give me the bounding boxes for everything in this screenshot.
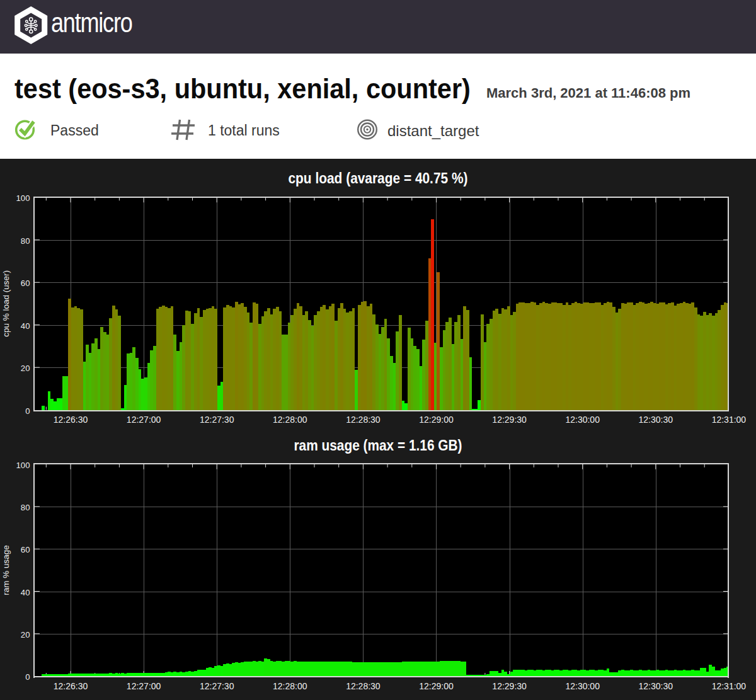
svg-text:12:30:00: 12:30:00 — [565, 681, 600, 691]
svg-text:12:27:30: 12:27:30 — [200, 681, 234, 691]
svg-text:100: 100 — [16, 193, 30, 203]
svg-text:20: 20 — [21, 630, 30, 640]
svg-text:12:27:00: 12:27:00 — [127, 681, 161, 691]
svg-text:100: 100 — [16, 461, 30, 470]
svg-text:80: 80 — [21, 503, 30, 512]
svg-text:0: 0 — [25, 672, 30, 682]
svg-text:12:27:30: 12:27:30 — [200, 415, 234, 425]
svg-text:12:26:30: 12:26:30 — [54, 681, 88, 691]
svg-text:12:28:30: 12:28:30 — [346, 415, 381, 425]
svg-text:ram usage (max = 1.16 GB): ram usage (max = 1.16 GB) — [294, 437, 462, 454]
svg-text:20: 20 — [21, 364, 30, 373]
svg-text:60: 60 — [21, 545, 30, 554]
svg-text:12:28:00: 12:28:00 — [273, 681, 307, 691]
svg-text:12:29:30: 12:29:30 — [492, 681, 527, 691]
svg-text:12:31:00: 12:31:00 — [712, 415, 747, 425]
svg-text:12:30:30: 12:30:30 — [639, 415, 673, 425]
svg-text:cpu % load (user): cpu % load (user) — [1, 270, 11, 337]
svg-text:cpu load (avarage = 40.75 %): cpu load (avarage = 40.75 %) — [289, 170, 468, 186]
svg-text:12:30:30: 12:30:30 — [639, 681, 673, 691]
svg-text:12:26:30: 12:26:30 — [54, 415, 88, 425]
svg-text:40: 40 — [21, 321, 30, 331]
svg-text:12:30:00: 12:30:00 — [565, 415, 600, 425]
svg-text:12:29:30: 12:29:30 — [492, 415, 527, 425]
svg-text:0: 0 — [25, 406, 30, 416]
svg-text:12:31:00: 12:31:00 — [712, 681, 747, 691]
svg-text:12:27:00: 12:27:00 — [127, 415, 161, 425]
svg-text:ram % usage: ram % usage — [1, 545, 11, 595]
svg-text:40: 40 — [21, 588, 30, 597]
svg-text:12:28:30: 12:28:30 — [346, 681, 381, 691]
svg-text:60: 60 — [21, 278, 30, 288]
svg-text:12:29:00: 12:29:00 — [419, 415, 454, 425]
svg-text:12:29:00: 12:29:00 — [419, 681, 454, 691]
svg-text:12:28:00: 12:28:00 — [273, 415, 307, 425]
svg-text:80: 80 — [21, 236, 30, 246]
